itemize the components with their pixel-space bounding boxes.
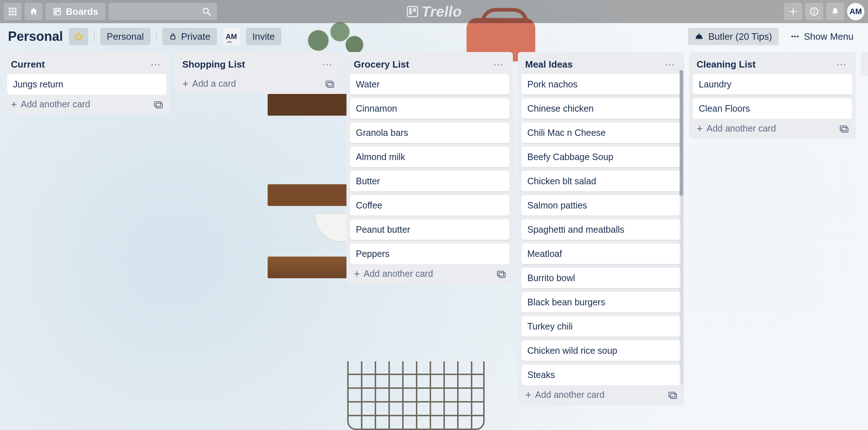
show-menu-label: Show Menu <box>804 31 854 42</box>
list: Grocery List⋯WaterCinnamonGranola barsAl… <box>346 52 513 284</box>
show-menu-button[interactable]: Show Menu <box>784 28 860 45</box>
add-another-card-button[interactable]: +Add another card <box>350 264 509 282</box>
svg-rect-11 <box>58 9 59 12</box>
trello-logo-icon <box>406 5 418 18</box>
butler-button[interactable]: Butler (20 Tips) <box>688 28 778 45</box>
card[interactable]: Almond milk <box>350 147 509 167</box>
info-icon <box>809 7 819 16</box>
list-title[interactable]: Grocery List <box>354 59 409 70</box>
svg-rect-16 <box>413 8 416 12</box>
add-card-button[interactable]: +Add a card <box>179 74 338 92</box>
card[interactable]: Chili Mac n Cheese <box>522 122 681 143</box>
svg-point-26 <box>797 36 799 38</box>
list-title[interactable]: Cleaning List <box>697 59 756 70</box>
board-title[interactable]: Personal <box>8 29 63 44</box>
svg-rect-35 <box>840 126 846 130</box>
svg-point-25 <box>794 36 796 38</box>
list-menu-button[interactable]: ⋯ <box>663 59 677 70</box>
svg-rect-27 <box>154 102 161 106</box>
privacy-label: Private <box>181 31 210 42</box>
global-header: Boards Trello AM <box>0 0 868 23</box>
divider <box>94 31 94 42</box>
card[interactable]: Chicken blt salad <box>522 171 681 192</box>
card[interactable]: Water <box>350 74 509 95</box>
card-template-icon[interactable] <box>668 390 677 400</box>
list-menu-button[interactable]: ⋯ <box>491 59 506 70</box>
list-header: Meal Ideas⋯ <box>522 56 681 74</box>
svg-rect-22 <box>696 38 703 39</box>
search-button[interactable] <box>109 3 217 20</box>
info-button[interactable] <box>805 3 823 20</box>
card-list: Pork nachosChinese chickenChili Mac n Ch… <box>522 74 681 385</box>
scrollbar[interactable] <box>680 70 683 385</box>
list: P <box>861 52 868 76</box>
more-horizontal-icon: ⋯ <box>665 59 675 70</box>
add-another-card-button[interactable]: +Add another card <box>7 95 166 112</box>
add-another-card-button[interactable]: +Add another card <box>522 385 681 403</box>
card-template-icon[interactable] <box>325 79 334 89</box>
more-horizontal-icon: ⋯ <box>150 59 161 70</box>
home-icon <box>29 7 38 16</box>
svg-rect-19 <box>814 11 815 14</box>
svg-rect-15 <box>409 8 412 14</box>
list: Cleaning List⋯LaundryClean Floors+Add an… <box>689 52 856 139</box>
card[interactable]: Jungs return <box>7 74 166 95</box>
user-avatar[interactable]: AM <box>847 3 864 20</box>
card[interactable]: Coffee <box>350 195 509 216</box>
card[interactable]: Steaks <box>522 365 681 385</box>
lock-icon <box>169 33 177 40</box>
card-template-icon[interactable] <box>496 269 506 279</box>
card[interactable]: Beefy Cabbage Soup <box>522 147 681 167</box>
card[interactable]: Turkey chili <box>522 316 681 337</box>
svg-point-18 <box>813 9 814 10</box>
add-another-card-button[interactable]: +Add another card <box>693 119 852 137</box>
list-menu-button[interactable]: ⋯ <box>834 59 848 70</box>
notifications-button[interactable] <box>826 3 844 20</box>
svg-rect-30 <box>328 82 334 87</box>
scrollbar-thumb[interactable] <box>680 70 683 196</box>
privacy-chip[interactable]: Private <box>162 28 217 45</box>
boards-button[interactable]: Boards <box>46 3 106 20</box>
create-button[interactable] <box>784 3 802 20</box>
svg-rect-1 <box>12 8 13 9</box>
card[interactable]: Peanut butter <box>350 219 509 240</box>
list: Shopping List⋯+Add a card <box>175 52 341 94</box>
card[interactable]: Granola bars <box>350 122 509 143</box>
butler-label: Butler (20 Tips) <box>708 31 772 42</box>
team-visibility-chip[interactable]: Personal <box>100 28 150 45</box>
card[interactable]: Spaghetti and meatballs <box>522 219 681 240</box>
card[interactable]: Burrito bowl <box>522 268 681 288</box>
list-title[interactable]: Shopping List <box>182 59 245 70</box>
board-member-avatar[interactable]: AM ︽ <box>223 28 240 45</box>
add-card-label: Add another card <box>21 99 90 109</box>
card-template-icon[interactable] <box>153 100 163 109</box>
add-card-label: Add a card <box>192 78 236 89</box>
svg-point-24 <box>791 36 793 38</box>
list-menu-button[interactable]: ⋯ <box>320 59 334 70</box>
card[interactable]: Butter <box>350 171 509 192</box>
card[interactable]: Laundry <box>693 74 852 95</box>
card[interactable]: Chicken wild rice soup <box>522 340 681 361</box>
card[interactable]: Cinnamon <box>350 98 509 119</box>
svg-rect-0 <box>9 8 10 9</box>
list-title[interactable]: Current <box>11 59 45 70</box>
star-board-button[interactable] <box>69 28 88 45</box>
invite-button[interactable]: Invite <box>246 28 281 45</box>
card-template-icon[interactable] <box>839 124 848 133</box>
home-button[interactable] <box>25 3 43 20</box>
app-logo[interactable]: Trello <box>406 4 461 20</box>
card[interactable]: Peppers <box>350 244 509 264</box>
card[interactable]: Black bean burgers <box>522 292 681 313</box>
apps-button[interactable] <box>4 3 22 20</box>
list-menu-button[interactable]: ⋯ <box>148 59 163 70</box>
card[interactable]: Pork nachos <box>522 74 681 95</box>
svg-rect-2 <box>14 8 16 9</box>
board-canvas[interactable]: Current⋯Jungs return+Add another cardSho… <box>0 50 868 430</box>
list-title[interactable]: Meal Ideas <box>525 59 573 70</box>
card[interactable]: Chinese chicken <box>522 98 681 119</box>
add-card-label: Add another card <box>707 123 776 134</box>
card[interactable]: Salmon patties <box>522 195 681 216</box>
card[interactable]: Meatloaf <box>522 244 681 264</box>
card[interactable]: Clean Floors <box>693 98 852 119</box>
svg-rect-9 <box>54 8 60 15</box>
